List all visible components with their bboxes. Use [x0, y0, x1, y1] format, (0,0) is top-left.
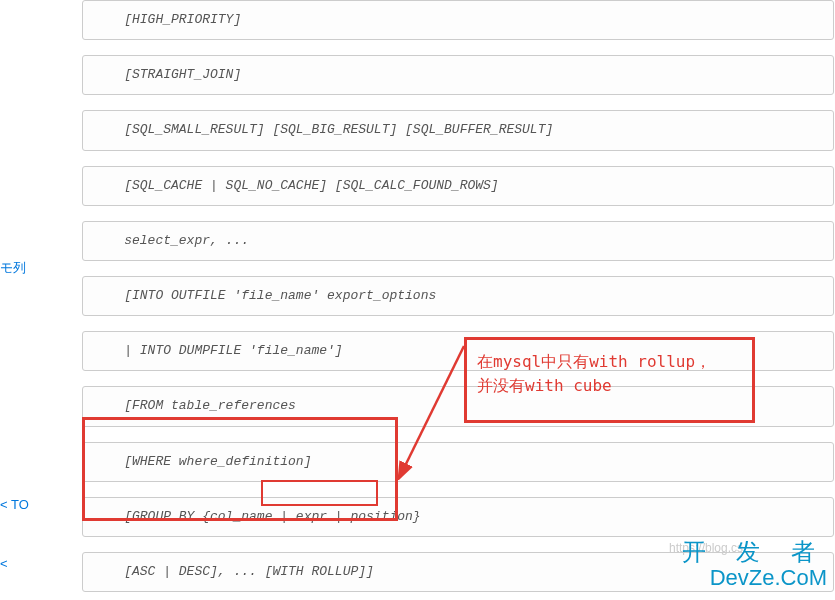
- code-listing: [HIGH_PRIORITY] [STRAIGHT_JOIN] [SQL_SMA…: [82, 0, 834, 600]
- sidebar-link-2[interactable]: < TO: [0, 493, 29, 516]
- code-box-6: [INTO OUTFILE 'file_name' export_options: [82, 276, 834, 316]
- code-box-2: [STRAIGHT_JOIN]: [82, 55, 834, 95]
- code-box-10: [GROUP BY {col_name | expr | position}: [82, 497, 834, 537]
- code-box-4: [SQL_CACHE | SQL_NO_CACHE] [SQL_CALC_FOU…: [82, 166, 834, 206]
- code-box-1: [HIGH_PRIORITY]: [82, 0, 834, 40]
- logo-bottom-text: DevZe.CoM: [682, 566, 827, 590]
- code-box-5: select_expr, ...: [82, 221, 834, 261]
- logo-top-text: 开 发 者: [682, 539, 827, 565]
- code-box-3: [SQL_SMALL_RESULT] [SQL_BIG_RESULT] [SQL…: [82, 110, 834, 150]
- annotation-box: 在mysql中只有with rollup， 并没有with cube: [464, 337, 755, 423]
- site-logo: 开 发 者 DevZe.CoM: [682, 539, 827, 590]
- sidebar-link-1[interactable]: モ列: [0, 255, 26, 281]
- code-box-9: [WHERE where_definition]: [82, 442, 834, 482]
- sidebar-link-3[interactable]: <: [0, 552, 8, 575]
- annotation-text: 在mysql中只有with rollup， 并没有with cube: [477, 350, 742, 398]
